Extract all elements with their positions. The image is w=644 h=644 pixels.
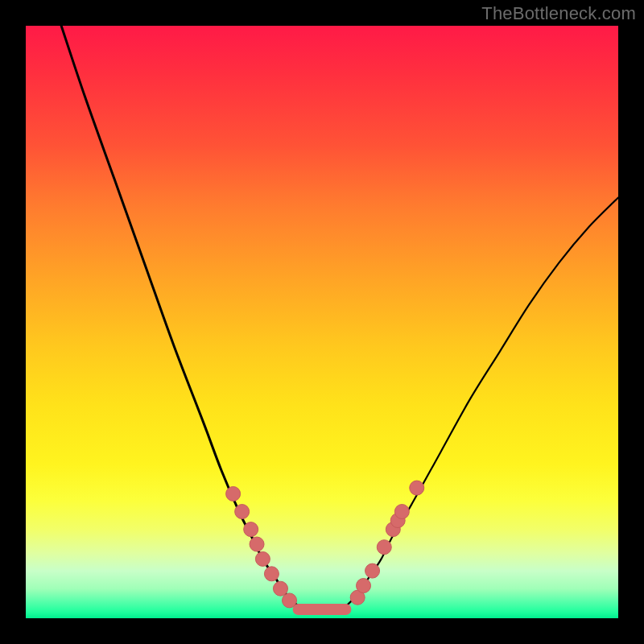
watermark-text: TheBottleneck.com: [481, 3, 636, 24]
plot-area: [26, 26, 618, 618]
data-marker: [244, 522, 258, 537]
data-marker: [226, 486, 241, 501]
data-marker: [394, 505, 409, 519]
data-marker: [357, 579, 371, 593]
data-marker: [250, 537, 264, 551]
data-marker: [365, 564, 380, 578]
bottleneck-curve: [26, 26, 618, 618]
data-marker: [264, 567, 279, 581]
data-marker: [255, 551, 270, 566]
data-marker: [273, 581, 287, 596]
chart-frame: TheBottleneck.com: [0, 0, 644, 644]
data-marker: [377, 540, 391, 555]
data-marker: [410, 481, 424, 495]
data-marker: [283, 593, 297, 608]
data-marker: [235, 505, 250, 519]
left-curve: [61, 26, 298, 606]
